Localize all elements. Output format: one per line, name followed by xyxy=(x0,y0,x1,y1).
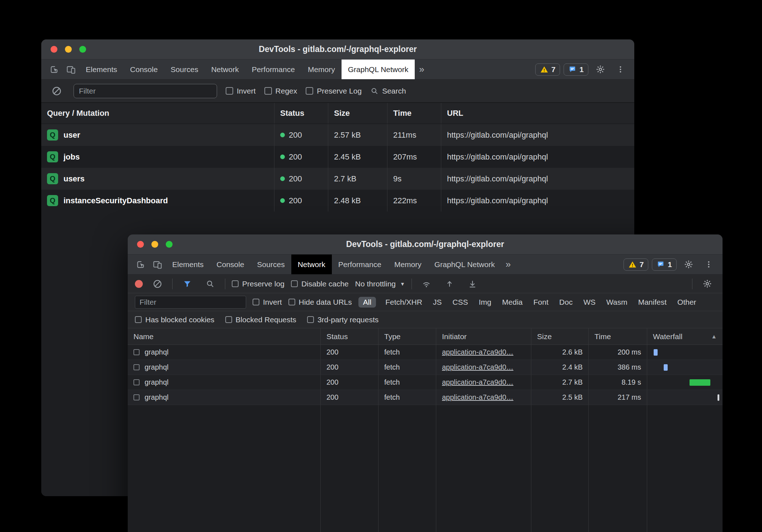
issues-badge[interactable]: 1 xyxy=(652,258,677,271)
kebab-menu-icon[interactable] xyxy=(700,260,717,269)
tab-network[interactable]: Network xyxy=(205,60,245,79)
col-header-name[interactable]: Name xyxy=(128,328,321,345)
disable-cache-checkbox[interactable]: Disable cache xyxy=(291,280,349,288)
minimize-button[interactable] xyxy=(65,46,72,53)
col-header-waterfall[interactable]: Waterfall ▲ xyxy=(647,328,723,345)
inspect-cursor-icon[interactable] xyxy=(46,60,63,79)
tab-sources[interactable]: Sources xyxy=(164,60,205,79)
col-header-status[interactable]: Status xyxy=(274,103,328,124)
warnings-badge[interactable]: 7 xyxy=(535,63,560,76)
close-button[interactable] xyxy=(51,46,57,53)
table-row[interactable]: Q jobs 200 2.45 kB 207ms https://gitlab.… xyxy=(41,146,634,168)
tab-console[interactable]: Console xyxy=(124,60,164,79)
more-tabs-icon[interactable]: » xyxy=(415,60,428,79)
row-checkbox[interactable] xyxy=(133,349,140,355)
col-header-size[interactable]: Size xyxy=(531,328,589,345)
request-row[interactable]: graphql 200 fetch application-a7ca9d0… 2… xyxy=(128,390,723,405)
clear-icon[interactable] xyxy=(149,279,166,289)
col-header-type[interactable]: Type xyxy=(378,328,436,345)
tab-sources[interactable]: Sources xyxy=(251,255,291,274)
close-button[interactable] xyxy=(137,241,144,248)
type-filter-manifest[interactable]: Manifest xyxy=(637,297,668,308)
col-header-status[interactable]: Status xyxy=(321,328,378,345)
col-header-url[interactable]: URL xyxy=(441,103,634,124)
type-filter-all[interactable]: All xyxy=(358,297,376,308)
type-filter-img[interactable]: Img xyxy=(478,297,493,308)
third-party-requests-checkbox[interactable]: 3rd-party requests xyxy=(307,315,378,324)
size-cell: 2.4 kB xyxy=(531,360,589,375)
col-header-size[interactable]: Size xyxy=(328,103,387,124)
maximize-button[interactable] xyxy=(79,46,86,53)
type-filter-fetch-xhr[interactable]: Fetch/XHR xyxy=(384,297,424,308)
issues-badge[interactable]: 1 xyxy=(564,63,588,76)
more-tabs-icon[interactable]: » xyxy=(501,255,515,274)
col-header-initiator[interactable]: Initiator xyxy=(436,328,531,345)
search-icon[interactable] xyxy=(202,279,218,289)
type-filter-ws[interactable]: WS xyxy=(582,297,597,308)
settings-gear-icon[interactable] xyxy=(680,260,697,269)
initiator-link[interactable]: application-a7ca9d0… xyxy=(442,348,513,356)
type-filter-css[interactable]: CSS xyxy=(451,297,469,308)
tab-graphql-network[interactable]: GraphQL Network xyxy=(342,60,415,79)
clear-icon[interactable] xyxy=(48,86,65,96)
row-checkbox[interactable] xyxy=(133,379,140,385)
col-header-query-mutation[interactable]: Query / Mutation xyxy=(41,103,274,124)
invert-checkbox[interactable]: Invert xyxy=(253,298,282,307)
row-checkbox[interactable] xyxy=(133,394,140,400)
has-blocked-cookies-label: Has blocked cookies xyxy=(145,315,215,324)
type-filter-font[interactable]: Font xyxy=(532,297,550,308)
table-row[interactable]: Q instanceSecurityDashboard 200 2.48 kB … xyxy=(41,190,634,212)
device-toolbar-icon[interactable] xyxy=(149,255,166,274)
network-conditions-icon[interactable] xyxy=(418,279,435,289)
hide-data-urls-checkbox[interactable]: Hide data URLs xyxy=(288,298,352,307)
tab-elements[interactable]: Elements xyxy=(166,255,210,274)
col-header-time[interactable]: Time xyxy=(589,328,647,345)
export-har-icon[interactable] xyxy=(464,279,481,289)
throttling-dropdown[interactable]: No throttling ▼ xyxy=(355,280,405,288)
maximize-button[interactable] xyxy=(166,241,173,248)
filter-input[interactable] xyxy=(74,84,217,98)
request-row[interactable]: graphql 200 fetch application-a7ca9d0… 2… xyxy=(128,375,723,390)
has-blocked-cookies-checkbox[interactable]: Has blocked cookies xyxy=(135,315,215,324)
tab-elements[interactable]: Elements xyxy=(79,60,124,79)
device-toolbar-icon[interactable] xyxy=(63,60,79,79)
col-header-time[interactable]: Time xyxy=(387,103,441,124)
initiator-link[interactable]: application-a7ca9d0… xyxy=(442,393,513,402)
type-filter-js[interactable]: JS xyxy=(432,297,443,308)
type-filter-other[interactable]: Other xyxy=(676,297,698,308)
request-row[interactable]: graphql 200 fetch application-a7ca9d0… 2… xyxy=(128,360,723,375)
type-filter-media[interactable]: Media xyxy=(501,297,524,308)
table-row[interactable]: Q user 200 2.57 kB 211ms https://gitlab.… xyxy=(41,124,634,146)
minimize-button[interactable] xyxy=(151,241,158,248)
titlebar: DevTools - gitlab.com/-/graphql-explorer xyxy=(128,234,723,255)
tab-network[interactable]: Network xyxy=(291,255,332,274)
tab-performance[interactable]: Performance xyxy=(332,255,388,274)
filter-funnel-icon[interactable] xyxy=(179,279,196,289)
tab-memory[interactable]: Memory xyxy=(301,60,342,79)
network-settings-gear-icon[interactable] xyxy=(699,279,715,289)
settings-gear-icon[interactable] xyxy=(592,65,608,74)
inspect-cursor-icon[interactable] xyxy=(133,255,149,274)
type-filter-wasm[interactable]: Wasm xyxy=(605,297,629,308)
preserve-log-checkbox[interactable]: Preserve Log xyxy=(306,87,362,95)
tab-performance[interactable]: Performance xyxy=(245,60,301,79)
table-row[interactable]: Q users 200 2.7 kB 9s https://gitlab.com… xyxy=(41,168,634,190)
kebab-menu-icon[interactable] xyxy=(612,65,629,74)
regex-checkbox[interactable]: Regex xyxy=(264,87,297,95)
preserve-log-checkbox[interactable]: Preserve log xyxy=(232,280,284,288)
initiator-link[interactable]: application-a7ca9d0… xyxy=(442,363,513,371)
type-filter-doc[interactable]: Doc xyxy=(558,297,574,308)
row-checkbox[interactable] xyxy=(133,364,140,370)
tab-memory[interactable]: Memory xyxy=(388,255,428,274)
import-har-icon[interactable] xyxy=(441,279,458,289)
request-row[interactable]: graphql 200 fetch application-a7ca9d0… 2… xyxy=(128,345,723,360)
tab-console[interactable]: Console xyxy=(210,255,251,274)
invert-checkbox[interactable]: Invert xyxy=(226,87,256,95)
tab-graphql-network[interactable]: GraphQL Network xyxy=(428,255,501,274)
search-control[interactable]: Search xyxy=(370,87,406,95)
record-button[interactable] xyxy=(135,280,143,288)
blocked-requests-checkbox[interactable]: Blocked Requests xyxy=(225,315,296,324)
filter-input[interactable] xyxy=(135,296,246,309)
initiator-link[interactable]: application-a7ca9d0… xyxy=(442,378,513,386)
warnings-badge[interactable]: 7 xyxy=(624,258,649,271)
